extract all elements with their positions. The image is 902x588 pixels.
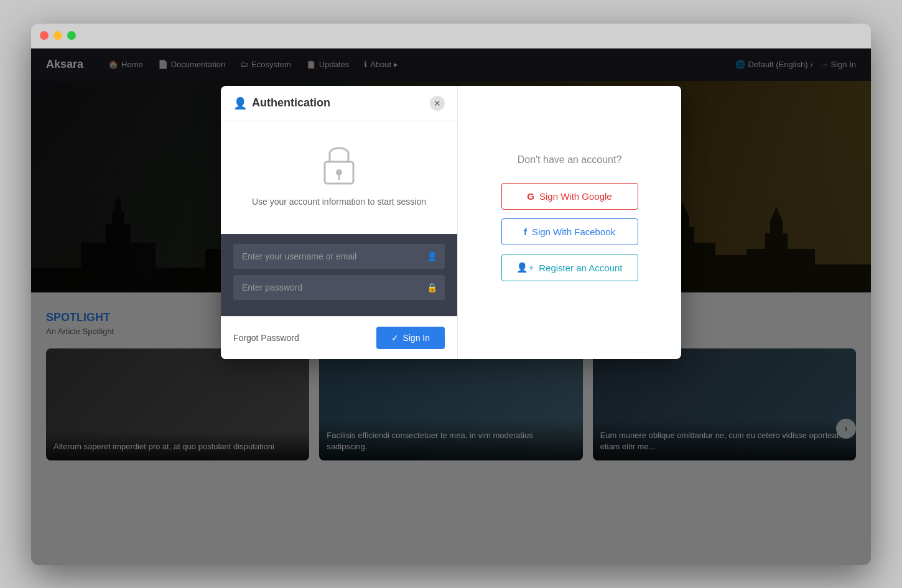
close-button[interactable] (40, 31, 49, 40)
auth-modal-header: 👤 Authentication ✕ (221, 86, 457, 121)
sign-in-button[interactable]: ✓ Sign In (376, 327, 445, 349)
password-input-wrap: 🔒 (233, 275, 445, 300)
auth-description: Use your account information to start se… (236, 197, 442, 207)
auth-title-icon: 👤 (233, 96, 247, 110)
auth-close-button[interactable]: ✕ (430, 96, 445, 111)
sign-in-label: Sign In (402, 333, 430, 343)
google-signin-button[interactable]: G Sign With Google (501, 183, 638, 210)
auth-left-panel: 👤 Authentication ✕ (221, 86, 457, 359)
register-account-button[interactable]: 👤+ Register an Account (501, 254, 638, 281)
no-account-text: Don't have an account? (518, 154, 622, 166)
forgot-password-link[interactable]: Forgot Password (233, 333, 299, 343)
lock-icon (317, 140, 361, 187)
register-btn-label: Register an Account (539, 263, 622, 273)
auth-title: 👤 Authentication (233, 96, 330, 110)
browser-content: Aksara 🏠 Home 📄 Documentation 🗂 Ecosyste… (31, 49, 871, 565)
lock-icon-container (236, 140, 442, 189)
password-input[interactable] (233, 275, 445, 300)
facebook-btn-label: Sign With Facebook (532, 226, 615, 237)
google-icon: G (527, 191, 534, 202)
password-input-icon: 🔒 (427, 282, 437, 292)
auth-modal: 👤 Authentication ✕ (221, 86, 681, 359)
auth-input-group: 👤 🔒 (221, 234, 457, 316)
facebook-signin-button[interactable]: f Sign With Facebook (501, 218, 638, 245)
auth-right-panel: Don't have an account? G Sign With Googl… (457, 86, 681, 359)
facebook-icon: f (524, 226, 527, 237)
modal-overlay: 👤 Authentication ✕ (31, 49, 871, 565)
auth-title-text: Authentication (252, 96, 330, 110)
auth-modal-body: Use your account information to start se… (221, 121, 457, 234)
minimize-button[interactable] (53, 31, 62, 40)
auth-modal-footer: Forgot Password ✓ Sign In (221, 316, 457, 359)
mac-window: Aksara 🏠 Home 📄 Documentation 🗂 Ecosyste… (31, 24, 871, 565)
google-btn-label: Sign With Google (539, 191, 612, 202)
user-input-icon: 👤 (427, 251, 437, 261)
maximize-button[interactable] (67, 31, 76, 40)
titlebar (31, 24, 871, 49)
sign-in-check-icon: ✓ (391, 333, 399, 343)
register-icon: 👤+ (516, 262, 534, 273)
username-input[interactable] (233, 244, 445, 269)
username-input-wrap: 👤 (233, 244, 445, 269)
